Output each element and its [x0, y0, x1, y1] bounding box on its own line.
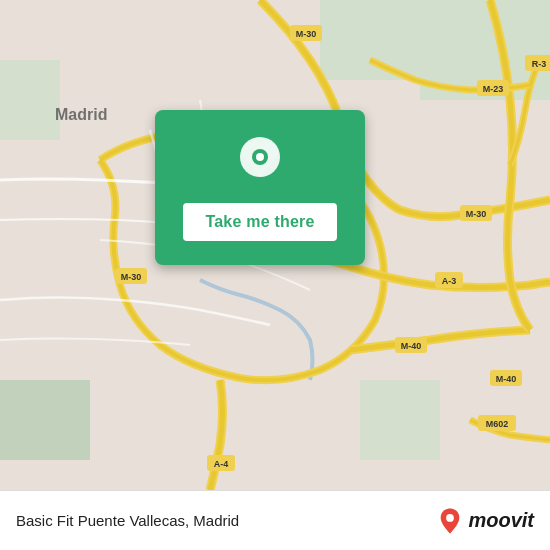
svg-text:M602: M602 — [486, 419, 509, 429]
svg-rect-3 — [0, 60, 60, 140]
location-card: Take me there — [155, 110, 365, 265]
svg-rect-1 — [320, 0, 420, 80]
moovit-pin-icon — [436, 507, 464, 535]
moovit-brand-text: moovit — [468, 509, 534, 532]
svg-point-30 — [447, 514, 455, 522]
svg-text:M-30: M-30 — [296, 29, 317, 39]
svg-text:M-40: M-40 — [401, 341, 422, 351]
svg-rect-5 — [0, 380, 90, 460]
svg-text:R-3: R-3 — [532, 59, 547, 69]
bottom-bar: Basic Fit Puente Vallecas, Madrid moovit — [0, 490, 550, 550]
svg-text:Madrid: Madrid — [55, 106, 107, 123]
svg-text:M-23: M-23 — [483, 84, 504, 94]
take-me-there-button[interactable]: Take me there — [183, 203, 336, 241]
map-container: M-30 M-30 M-30 A-3 M-40 M-40 R-3 M-23 M6… — [0, 0, 550, 490]
svg-rect-4 — [360, 380, 440, 460]
svg-text:M-30: M-30 — [121, 272, 142, 282]
location-pin-icon — [236, 135, 284, 191]
svg-text:A-3: A-3 — [442, 276, 457, 286]
svg-text:M-40: M-40 — [496, 374, 517, 384]
svg-text:A-4: A-4 — [214, 459, 229, 469]
svg-point-29 — [256, 153, 264, 161]
moovit-logo: moovit — [436, 507, 534, 535]
svg-text:M-30: M-30 — [466, 209, 487, 219]
location-label: Basic Fit Puente Vallecas, Madrid — [16, 512, 239, 529]
